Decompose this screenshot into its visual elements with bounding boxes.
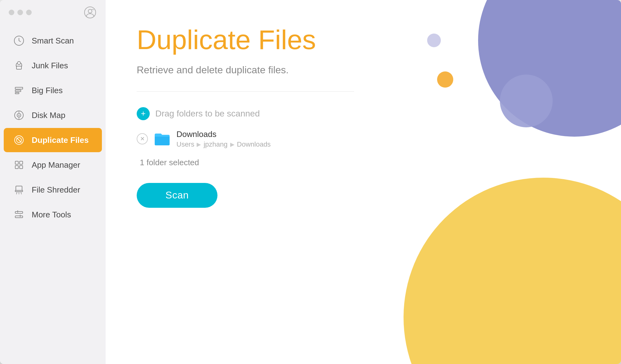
sidebar-label-big-files: Big Files <box>32 86 63 95</box>
add-folder-icon[interactable]: + <box>137 107 150 120</box>
app-icon <box>83 6 97 19</box>
page-title: Duplicate Files <box>137 25 590 55</box>
path-segment-2: jpzhang <box>203 140 227 148</box>
main-content: Duplicate Files Retrieve and delete dupl… <box>106 0 621 364</box>
sidebar-item-junk-files[interactable]: Junk Files <box>4 53 102 78</box>
duplicate-icon <box>12 134 25 147</box>
svg-rect-18 <box>15 166 18 169</box>
svg-rect-17 <box>20 161 23 164</box>
svg-point-10 <box>18 115 20 116</box>
path-arrow-2: ▶ <box>230 141 235 148</box>
close-button[interactable] <box>9 10 14 15</box>
svg-rect-20 <box>16 186 22 190</box>
sidebar-item-disk-map[interactable]: Disk Map <box>4 103 102 127</box>
sidebar-item-smart-scan[interactable]: Smart Scan <box>4 29 102 53</box>
sidebar-label-disk-map: Disk Map <box>32 111 65 120</box>
folder-item: ✕ Downloads Users ▶ jpzhang ▶ Downloads <box>137 130 348 148</box>
maximize-button[interactable] <box>26 10 32 15</box>
svg-rect-25 <box>15 212 23 213</box>
svg-line-24 <box>21 192 21 194</box>
appmanager-icon <box>12 158 25 171</box>
path-arrow-1: ▶ <box>197 141 201 148</box>
path-segment-1: Users <box>176 140 194 148</box>
traffic-lights <box>9 10 32 15</box>
remove-folder-button[interactable]: ✕ <box>137 133 148 144</box>
sidebar-label-app-manager: App Manager <box>32 160 80 170</box>
sidebar-label-smart-scan: Smart Scan <box>32 36 74 46</box>
diskmap-icon <box>12 109 25 122</box>
folder-info: Downloads Users ▶ jpzhang ▶ Downloads <box>176 130 271 148</box>
drag-text: Drag folders to be scanned <box>155 109 260 119</box>
clock-icon <box>12 34 25 47</box>
svg-rect-26 <box>15 216 23 218</box>
app-window: Smart Scan Junk Files <box>0 0 621 364</box>
sidebar-item-file-shredder[interactable]: File Shredder <box>4 178 102 202</box>
sidebar-item-app-manager[interactable]: App Manager <box>4 153 102 177</box>
svg-rect-5 <box>15 87 23 89</box>
content-area: Duplicate Files Retrieve and delete dupl… <box>137 25 590 208</box>
scan-button[interactable]: Scan <box>137 183 217 208</box>
sidebar-label-file-shredder: File Shredder <box>32 185 80 195</box>
folder-name: Downloads <box>176 130 271 139</box>
selected-count: 1 folder selected <box>140 158 590 167</box>
svg-rect-6 <box>15 90 21 92</box>
sidebar-item-more-tools[interactable]: More Tools <box>4 202 102 227</box>
svg-point-3 <box>17 61 21 65</box>
sidebar-label-junk-files: Junk Files <box>32 61 68 71</box>
svg-rect-19 <box>20 166 23 169</box>
folder-icon <box>153 130 171 148</box>
sidebar-item-duplicate-files[interactable]: Duplicate Files <box>4 128 102 152</box>
svg-rect-4 <box>16 66 21 69</box>
minimize-button[interactable] <box>17 10 23 15</box>
sidebar-item-big-files[interactable]: Big Files <box>4 78 102 102</box>
sidebar-label-duplicate-files: Duplicate Files <box>32 135 89 145</box>
nav-items: Smart Scan Junk Files <box>0 25 106 364</box>
moretools-icon <box>12 208 25 221</box>
bigfiles-icon <box>12 84 25 97</box>
path-segment-3: Downloads <box>237 140 271 148</box>
svg-rect-7 <box>15 93 19 94</box>
drag-drop-area[interactable]: + Drag folders to be scanned <box>137 107 590 120</box>
sidebar-label-more-tools: More Tools <box>32 210 71 220</box>
junk-icon <box>12 59 25 72</box>
folder-path: Users ▶ jpzhang ▶ Downloads <box>176 140 271 148</box>
sidebar: Smart Scan Junk Files <box>0 0 106 364</box>
svg-line-22 <box>16 192 17 194</box>
svg-rect-16 <box>15 161 18 164</box>
fileshredder-icon <box>12 183 25 196</box>
titlebar <box>0 0 106 25</box>
page-subtitle: Retrieve and delete duplicate files. <box>137 64 354 92</box>
